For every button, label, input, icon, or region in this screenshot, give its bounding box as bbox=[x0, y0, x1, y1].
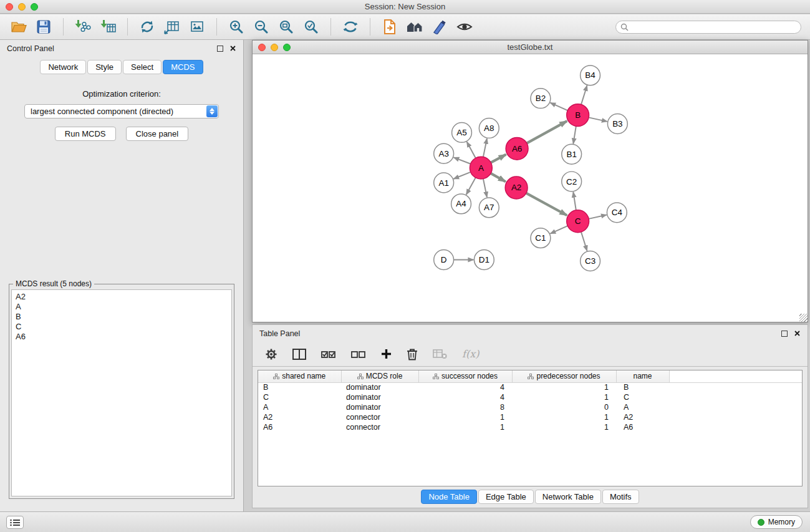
table-cell[interactable]: 1 bbox=[512, 412, 616, 422]
panel-menu-button[interactable] bbox=[6, 516, 24, 529]
minimize-window-button[interactable] bbox=[18, 3, 26, 11]
network-canvas[interactable]: B4B2BB3A5A8A6B1A3AC2A1A2A4A7C4CC1C3DD1 bbox=[253, 55, 808, 322]
float-panel-icon[interactable] bbox=[781, 331, 788, 337]
table-cell[interactable]: 4 bbox=[418, 392, 512, 402]
edge-B-B2[interactable] bbox=[550, 103, 567, 111]
close-panel-button[interactable]: Close panel bbox=[126, 127, 189, 141]
node-A4[interactable]: A4 bbox=[451, 194, 471, 214]
edge-A2-C[interactable] bbox=[526, 193, 567, 216]
edge-A-A2[interactable] bbox=[491, 173, 506, 181]
list-item[interactable]: A2 bbox=[16, 292, 228, 302]
open-session-button[interactable] bbox=[9, 17, 29, 37]
node-A3[interactable]: A3 bbox=[434, 143, 454, 163]
edge-A-A3[interactable] bbox=[453, 157, 470, 163]
list-item[interactable]: A6 bbox=[16, 332, 228, 342]
node-A[interactable]: A bbox=[470, 157, 492, 179]
table-row[interactable]: A6connector11A6 bbox=[258, 422, 802, 432]
table-cell[interactable]: dominator bbox=[341, 382, 418, 392]
node-C4[interactable]: C4 bbox=[607, 203, 627, 223]
table-cell[interactable]: A bbox=[616, 402, 669, 412]
add-row-button[interactable] bbox=[381, 349, 392, 359]
node-A7[interactable]: A7 bbox=[479, 198, 499, 218]
import-table-button[interactable] bbox=[98, 17, 118, 37]
node-B1[interactable]: B1 bbox=[562, 144, 582, 164]
node-A8[interactable]: A8 bbox=[479, 118, 499, 138]
show-details-button[interactable] bbox=[455, 17, 475, 37]
close-window-button[interactable] bbox=[6, 3, 13, 11]
list-item[interactable]: C bbox=[16, 322, 228, 332]
edge-C-C3[interactable] bbox=[581, 232, 587, 251]
edge-A-A8[interactable] bbox=[483, 138, 487, 157]
table-cell[interactable]: connector bbox=[341, 422, 418, 432]
table-cell[interactable]: C bbox=[616, 392, 669, 402]
edge-A-A7[interactable] bbox=[483, 179, 487, 198]
node-C2[interactable]: C2 bbox=[562, 172, 582, 191]
table-cell[interactable]: A bbox=[258, 402, 341, 412]
edge-B-B1[interactable] bbox=[573, 126, 576, 143]
zoom-out-button[interactable] bbox=[251, 17, 271, 37]
select-all-button[interactable] bbox=[321, 349, 336, 360]
table-cell[interactable]: A2 bbox=[616, 412, 669, 422]
zoom-window-button[interactable] bbox=[283, 44, 291, 51]
node-B2[interactable]: B2 bbox=[531, 89, 551, 109]
node-A5[interactable]: A5 bbox=[452, 122, 472, 142]
table-cell[interactable]: A6 bbox=[258, 422, 341, 432]
edge-A-A4[interactable] bbox=[466, 178, 476, 195]
table-row[interactable]: A2connector11A2 bbox=[258, 412, 802, 422]
save-session-button[interactable] bbox=[34, 17, 54, 37]
export-image-button[interactable] bbox=[187, 17, 207, 37]
tab-select[interactable]: Select bbox=[123, 60, 162, 74]
column-header-name[interactable]: name bbox=[616, 370, 669, 382]
table-cell[interactable]: B bbox=[616, 382, 669, 392]
column-header-successor-nodes[interactable]: successor nodes bbox=[418, 370, 512, 382]
table-settings-button[interactable] bbox=[265, 348, 277, 360]
list-item[interactable]: A bbox=[16, 302, 228, 312]
annotation-button[interactable] bbox=[380, 17, 400, 37]
edge-B-B3[interactable] bbox=[589, 117, 607, 121]
zoom-fit-button[interactable] bbox=[276, 17, 296, 37]
node-D1[interactable]: D1 bbox=[474, 250, 494, 270]
edge-C-C4[interactable] bbox=[589, 215, 607, 218]
table-cell[interactable]: 0 bbox=[512, 402, 616, 412]
apply-layout-button[interactable] bbox=[340, 17, 360, 37]
window-resize-handle[interactable] bbox=[799, 314, 808, 322]
criterion-dropdown[interactable]: largest connected component (directed) bbox=[24, 104, 219, 118]
column-browser-button[interactable] bbox=[292, 349, 306, 360]
style-brush-button[interactable] bbox=[430, 17, 450, 37]
edge-A-A1[interactable] bbox=[453, 172, 470, 179]
table-cell[interactable]: dominator bbox=[341, 402, 418, 412]
edge-A-A6[interactable] bbox=[491, 155, 506, 163]
tab-style[interactable]: Style bbox=[87, 60, 122, 74]
table-cell[interactable]: 1 bbox=[512, 422, 616, 432]
table-cell[interactable]: 8 bbox=[418, 402, 512, 412]
node-A1[interactable]: A1 bbox=[434, 173, 454, 193]
table-cell[interactable]: B bbox=[258, 382, 341, 392]
zoom-selected-button[interactable] bbox=[301, 17, 321, 37]
network-graph[interactable]: B4B2BB3A5A8A6B1A3AC2A1A2A4A7C4CC1C3DD1 bbox=[253, 55, 808, 322]
table-cell[interactable]: C bbox=[258, 392, 341, 402]
tab-motifs[interactable]: Motifs bbox=[602, 490, 639, 504]
node-D[interactable]: D bbox=[434, 250, 454, 270]
close-window-button[interactable] bbox=[258, 44, 266, 51]
zoom-window-button[interactable] bbox=[31, 3, 38, 11]
table-cell[interactable]: A6 bbox=[616, 422, 669, 432]
table-cell[interactable]: A2 bbox=[258, 412, 341, 422]
table-cell[interactable]: 1 bbox=[512, 382, 616, 392]
table-cell[interactable]: 1 bbox=[512, 392, 616, 402]
import-network-button[interactable] bbox=[73, 17, 93, 37]
column-header-predecessor-nodes[interactable]: predecessor nodes bbox=[512, 370, 616, 382]
run-mcds-button[interactable]: Run MCDS bbox=[55, 127, 116, 141]
edge-C-C1[interactable] bbox=[550, 226, 567, 234]
tab-network-table[interactable]: Network Table bbox=[535, 490, 601, 504]
table-row[interactable]: Bdominator41B bbox=[258, 382, 802, 392]
node-A2[interactable]: A2 bbox=[505, 177, 528, 199]
tab-mcds[interactable]: MCDS bbox=[163, 60, 203, 74]
table-cell[interactable]: dominator bbox=[341, 392, 418, 402]
table-cell[interactable]: connector bbox=[341, 412, 418, 422]
edge-C-C2[interactable] bbox=[573, 192, 576, 210]
node-B4[interactable]: B4 bbox=[581, 65, 600, 85]
function-builder-button[interactable]: f(x) bbox=[462, 348, 479, 360]
node-B3[interactable]: B3 bbox=[607, 114, 627, 134]
delete-row-button[interactable] bbox=[407, 348, 418, 360]
memory-button[interactable]: Memory bbox=[750, 515, 803, 529]
